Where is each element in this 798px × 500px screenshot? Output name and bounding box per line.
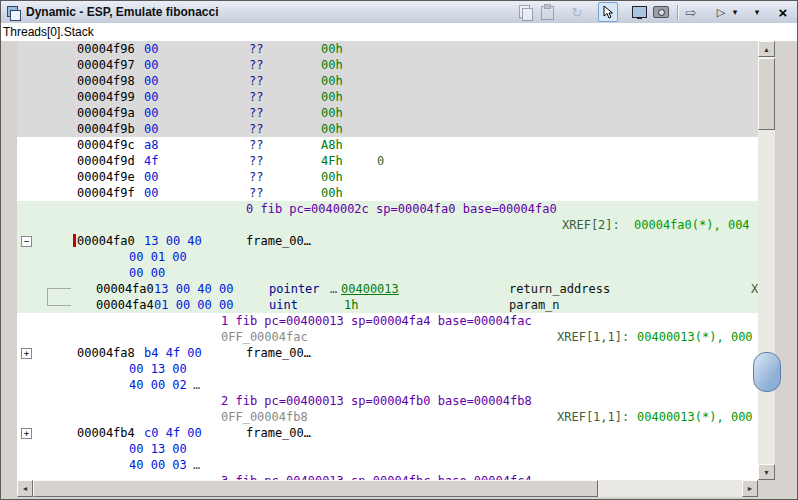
listing-row[interactable]: 1 fib pc=00400013 sp=00004fa4 base=00004… — [17, 313, 758, 329]
listing-row[interactable]: XREF[2]:00004fa0(*), 004 — [17, 217, 758, 233]
listing-row[interactable]: 00004f9d4f??4Fh0 — [17, 153, 758, 169]
offset-label: 0FF_00004fac — [221, 329, 308, 345]
tree-line — [47, 305, 71, 306]
paste-icon[interactable] — [538, 3, 556, 21]
xref-label: XR — [751, 281, 758, 297]
listing-row[interactable]: −00004fa013 00 40frame_00… — [17, 233, 758, 249]
scroll-down-icon[interactable]: ▼ — [758, 464, 775, 480]
expand-toggle[interactable]: − — [21, 236, 32, 247]
panel-menu-caret-icon[interactable]: ▾ — [752, 3, 762, 21]
scrollbar-corner — [758, 480, 775, 497]
value: 00h — [321, 169, 343, 185]
address: 00004f9c — [77, 137, 135, 153]
listing-row[interactable]: 0 fib pc=0040002c sp=00004fa0 base=00004… — [17, 201, 758, 217]
listing-row[interactable]: 2 fib pc=00400013 sp=00004fb0 base=00004… — [17, 393, 758, 409]
titlebar[interactable]: Dynamic - ESP, Emulate fibonacci ↻ ⇨ ▷ ▾… — [1, 1, 797, 24]
listing-row[interactable]: 0FF_00004fb8XREF[1,1]:00400013(*), 000 — [17, 409, 758, 425]
value: 00h — [321, 57, 343, 73]
listing-row[interactable]: 00004f9ca8??A8h — [17, 137, 758, 153]
listing-row[interactable]: +00004fb4c0 4f 00frame_00… — [17, 425, 758, 441]
value: 00h — [321, 41, 343, 57]
listing-row[interactable]: 00 01 00 — [17, 249, 758, 265]
scroll-right-icon[interactable]: ► — [742, 480, 758, 497]
expand-toggle[interactable]: + — [21, 348, 32, 359]
bytes: 40 00 02 — [129, 377, 187, 393]
bytes: 00 — [144, 105, 158, 121]
xref-address: 00400013(*), 000 — [637, 409, 753, 425]
copy-icon[interactable] — [516, 3, 534, 21]
value: 4Fh — [321, 153, 343, 169]
stack-path-label: Threads[0].Stack — [1, 23, 797, 41]
listing-row[interactable]: 00004f9900??00h — [17, 89, 758, 105]
close-icon[interactable]: × — [774, 3, 792, 21]
listing-row[interactable]: 00004f9600??00h — [17, 41, 758, 57]
bytes: 00 13 00 — [129, 441, 187, 457]
listing-row[interactable]: 00 13 00 — [17, 441, 758, 457]
undefined-marker: ?? — [249, 73, 263, 89]
scroll-up-icon[interactable]: ▲ — [758, 41, 775, 57]
listing-row[interactable]: 00004f9800??00h — [17, 73, 758, 89]
stack-listing[interactable]: 00004f9600??00h00004f9700??00h00004f9800… — [17, 41, 758, 480]
scroll-left-icon[interactable]: ◄ — [17, 480, 33, 497]
bytes: 13 00 40 00 — [154, 281, 233, 297]
address: 00004f97 — [77, 57, 135, 73]
vertical-scrollbar-thumb[interactable] — [758, 58, 775, 130]
listing-row[interactable]: 40 00 03… — [17, 457, 758, 473]
address: 00004f9d — [77, 153, 135, 169]
xref-label: XREF[1,1]: — [557, 329, 629, 345]
undefined-marker: ?? — [249, 185, 263, 201]
bytes: 00 — [144, 169, 158, 185]
listing-row[interactable]: 00004f9f00??00h — [17, 185, 758, 201]
bytes: 00 — [144, 89, 158, 105]
run-icon[interactable]: ▷ — [712, 3, 730, 21]
tree-line — [47, 288, 48, 306]
display-icon[interactable] — [630, 3, 648, 21]
vertical-scrollbar[interactable]: ▲ ▼ — [758, 41, 775, 480]
listing-row[interactable]: 00004f9b00??00h — [17, 121, 758, 137]
structure-label: frame_00… — [246, 425, 311, 441]
xref-label: XREF[1,1]: — [557, 409, 629, 425]
listing-row[interactable]: 00 13 00 — [17, 361, 758, 377]
expand-toggle[interactable]: + — [21, 428, 32, 439]
camera-icon[interactable] — [652, 3, 670, 21]
listing-row[interactable]: 00004f9a00??00h — [17, 105, 758, 121]
tree-line — [47, 288, 71, 289]
address: 00004fa8 — [77, 345, 135, 361]
xref-label: XREF[2]: — [562, 217, 620, 233]
listing-row[interactable]: 00004fa013 00 40 00pointer…00400013retur… — [17, 281, 758, 297]
undefined-marker: ?? — [249, 89, 263, 105]
undefined-marker: ?? — [249, 121, 263, 137]
address: 00004fb4 — [77, 425, 135, 441]
goto-arrow-icon[interactable]: ⇨ — [682, 3, 700, 21]
listing-row[interactable]: 3 fib pc=00400013 sp=00004fbc base=00004… — [17, 473, 758, 480]
listing-row[interactable]: 0FF_00004facXREF[1,1]:00400013(*), 000 — [17, 329, 758, 345]
listing-row[interactable]: 00 00 — [17, 265, 758, 281]
scroll-hover-bubble — [753, 352, 781, 392]
listing-row[interactable]: 40 00 02… — [17, 377, 758, 393]
undefined-marker: ?? — [249, 169, 263, 185]
listing-row[interactable]: +00004fa8b4 4f 00frame_00… — [17, 345, 758, 361]
value: 00h — [321, 121, 343, 137]
ellipsis: … — [193, 457, 200, 473]
address: 00004f9e — [77, 169, 135, 185]
horizontal-scrollbar[interactable]: ◄ ► — [17, 480, 758, 497]
value: 00h — [321, 105, 343, 121]
address-link[interactable]: 00400013 — [341, 281, 399, 297]
bytes: 01 00 00 00 — [154, 297, 233, 313]
refresh-icon[interactable]: ↻ — [568, 3, 586, 21]
bytes: 00 00 — [129, 265, 165, 281]
bytes: 00 — [144, 57, 158, 73]
address: 00004f98 — [77, 73, 135, 89]
bytes: 00 — [144, 185, 158, 201]
listing-row[interactable]: 00004f9700??00h — [17, 57, 758, 73]
bytes: 4f — [144, 153, 158, 169]
horizontal-scrollbar-thumb[interactable] — [33, 480, 598, 497]
run-menu-caret-icon[interactable]: ▾ — [730, 3, 740, 21]
bytes: 00 — [144, 41, 158, 57]
address: 00004f9f — [77, 185, 135, 201]
listing-row[interactable]: 00004fa401 00 00 00uint1hparam_n — [17, 297, 758, 313]
undefined-marker: ?? — [249, 137, 263, 153]
listing-row[interactable]: 00004f9e00??00h — [17, 169, 758, 185]
xref-address: 00400013(*), 000 — [637, 329, 753, 345]
pointer-mode-icon[interactable] — [598, 2, 618, 22]
